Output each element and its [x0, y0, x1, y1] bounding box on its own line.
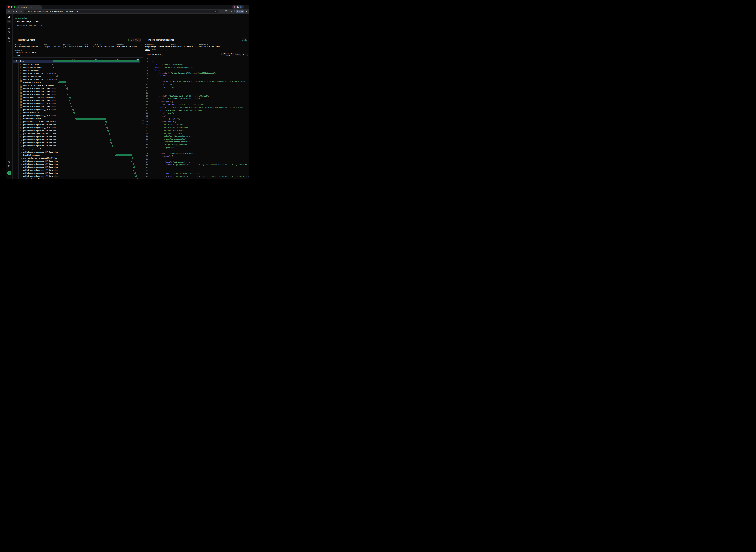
trace-row[interactable]: >_generate-agent-ids-2	[13, 147, 143, 150]
trace-row[interactable]: >_generate-output-part-id-c458648f-8d6..…	[13, 96, 143, 99]
code-line: 33 ],	[143, 149, 249, 152]
trace-row[interactable]: >_publish:user:insights:user_2VH6zowmh..…	[13, 162, 143, 166]
scrollbar[interactable]	[247, 57, 247, 177]
trace-row[interactable]: Insights Query Writer	[13, 117, 143, 120]
queued-marker	[109, 136, 109, 137]
trace-row[interactable]: >_generate-text-part-id-9357e5f0-a530-4.…	[13, 156, 143, 160]
line-number: 8	[144, 77, 148, 80]
dev-terminal-icon[interactable]	[8, 40, 11, 43]
field-value[interactable]: insights-agent-client	[44, 45, 61, 48]
trace-row[interactable]: >_generate-network-id	[13, 69, 143, 72]
code-line: 28 "audit/workflow.config.updated",	[143, 135, 249, 138]
trace-row[interactable]: >_publish:user:insights:user_2VH6zowmh..…	[13, 78, 143, 81]
trace-row[interactable]: >_publish:user:insights:user_2VH6zowmh..…	[13, 114, 143, 117]
line-number: 11	[144, 86, 148, 89]
site-info-icon[interactable]	[25, 10, 27, 12]
send-to-dev-server-button[interactable]: Send to Dev Server	[221, 53, 234, 56]
trace-row[interactable]: >_publish:user:insights:user_2VH6zowmh..…	[13, 166, 143, 169]
workspace-badge[interactable]: DV	[7, 20, 11, 23]
trace-row[interactable]: >_publish:user:insights:user_2VH6zowmh..…	[13, 105, 143, 108]
trace-row[interactable]: Insights Summarizer	[13, 154, 143, 157]
child-count-chip[interactable]: 40	[14, 60, 19, 62]
json-code-viewer[interactable]: 1[2 {3 "id": "01KHRMPVZP0V977KAT2GP3ST7J…	[143, 57, 249, 179]
chevron-down-icon[interactable]	[146, 39, 147, 41]
trace-row[interactable]: >_generate-tool-part-id-c458648f-8d60-..…	[13, 84, 143, 87]
trace-row[interactable]: >_publish:user:insights:user_2VH6zowmh..…	[13, 102, 143, 105]
trace-row[interactable]: >_publish:user:insights:user_2VH6zowmh..…	[13, 135, 143, 138]
tab-output[interactable]: Output	[151, 48, 156, 50]
trace-row[interactable]: >_generate-target-channel	[13, 66, 143, 69]
trace-row[interactable]: >_generate-thread-id	[13, 63, 143, 66]
code-line: 1[	[143, 57, 249, 60]
maximize-window-button[interactable]	[13, 6, 15, 8]
code-line: 38 "schema": "{\"properties\":{\"data\":…	[143, 163, 249, 166]
share-icon[interactable]	[8, 160, 11, 163]
step-run-icon: >_	[20, 160, 22, 162]
trace-row[interactable]: >_publish:user:insights:user_2VH6zowmh..…	[13, 168, 143, 172]
step-run-icon: >_	[20, 112, 22, 114]
trace-row[interactable]: >_generate-output-part-id-887aa111-5d4e.…	[13, 132, 143, 135]
sidepanel-search-icon[interactable]	[230, 10, 233, 13]
chevron-down-icon[interactable]	[15, 39, 17, 41]
gemini-button[interactable]: Gemini	[232, 5, 244, 9]
runs-filter-icon[interactable]	[8, 27, 11, 30]
copy-button[interactable]: Copy	[235, 53, 241, 56]
dev-mode-button[interactable]: </>	[7, 171, 11, 175]
tab-trace[interactable]: Trace	[16, 54, 20, 56]
function-badge[interactable]: Insights SQL Agent	[63, 45, 85, 48]
trace-row[interactable]: >_generate-agent-ids-1	[13, 111, 143, 114]
trace-row[interactable]: >_publish:user:insights:user_2VH6zowmh..…	[13, 160, 143, 163]
queued-marker	[134, 170, 134, 170]
trace-row[interactable]: >_publish:user:insights:user_2VH6zowmh..…	[13, 129, 143, 132]
line-number: 27	[144, 132, 148, 135]
rerun-button[interactable]: Rerun	[128, 38, 134, 42]
line-number: 10	[144, 83, 148, 86]
line-number: 5	[144, 68, 148, 72]
trace-row[interactable]: >_publish:user:insights:user_2VH6zowmh..…	[13, 150, 143, 154]
trace-row[interactable]: >_publish:user:insights:user_2VH6zowmh..…	[13, 123, 143, 126]
trace-row[interactable]: >_publish:user:insights:user_2VH6zowmh..…	[13, 93, 143, 96]
trace-row[interactable]: >_generate-tool-part-id-887aa111-5d4e-45…	[13, 120, 143, 123]
trace-row[interactable]: >_publish:user:insights:user_2VH6zowmh..…	[13, 108, 143, 111]
trace-row[interactable]: >_publish:user:insights:user_2VH6zowmh..…	[13, 141, 143, 144]
trace-row[interactable]: >_publish:user:insights:user_2VH6zowmh..…	[13, 90, 143, 93]
trace-row[interactable]: >_publish:user:insights:user_2VH6zowmh..…	[13, 172, 143, 175]
expand-icon[interactable]	[245, 53, 248, 56]
event-search-icon[interactable]	[8, 31, 11, 34]
trace-row[interactable]: >_publish:user:insights:user_2VH6zowmh..…	[13, 175, 143, 178]
minimize-window-button[interactable]	[11, 6, 13, 8]
new-tab-button[interactable]: +	[43, 6, 45, 9]
help-icon[interactable]	[8, 165, 11, 168]
extensions-icon[interactable]	[224, 10, 227, 13]
trace-row[interactable]: >_publish:user:insights:user_2VH6zowmh..…	[13, 72, 143, 75]
trace-row[interactable]: >_publish:user:insights:user_2VH6zowmh..…	[13, 87, 143, 90]
code-line: 18 "content": "How much wood would a woo…	[143, 106, 249, 109]
url-bar[interactable]: localhost:8288/run?runID=01KHRMPW77GVMAJ…	[23, 10, 219, 13]
bookmark-star-icon[interactable]	[215, 10, 217, 13]
browser-tab[interactable]: Inngest Server ×	[16, 5, 42, 9]
close-window-button[interactable]	[8, 6, 10, 8]
field-label: Run ID	[15, 43, 21, 45]
browser-menu-icon[interactable]	[245, 10, 248, 13]
back-button[interactable]	[8, 10, 11, 13]
word-wrap-icon[interactable]	[242, 53, 244, 56]
trace-row[interactable]: >_publish:user:insights:user_2VH6zowmh..…	[13, 99, 143, 102]
close-tab-icon[interactable]: ×	[39, 6, 40, 8]
tab-input[interactable]: Input	[145, 48, 149, 50]
trace-row[interactable]: >_capture-observability-data	[13, 178, 143, 179]
cancel-button[interactable]: Cancel	[135, 38, 141, 42]
trace-row[interactable]: Insights Event Matcher	[13, 81, 143, 84]
step-run-icon: >_	[20, 84, 22, 87]
forward-button[interactable]	[12, 10, 15, 13]
home-button[interactable]	[20, 10, 23, 13]
reload-button[interactable]	[16, 10, 19, 13]
panel-resize-handle[interactable]	[142, 120, 144, 124]
invoke-button[interactable]: Invoke	[242, 38, 247, 42]
apps-icon[interactable]	[8, 36, 11, 39]
trace-row[interactable]: >_publish:user:insights:user_2VH6zowmh..…	[13, 144, 143, 148]
trace-row[interactable]: >_generate-agent-ids-0	[13, 75, 143, 78]
trace-row[interactable]: >_publish:user:insights:user_2VH6zowmh..…	[13, 138, 143, 141]
step-run-icon: >_	[20, 157, 22, 159]
profile-chip[interactable]: Work	[236, 10, 244, 13]
trace-row[interactable]: >_publish:user:insights:user_2VH6zowmh..…	[13, 126, 143, 129]
